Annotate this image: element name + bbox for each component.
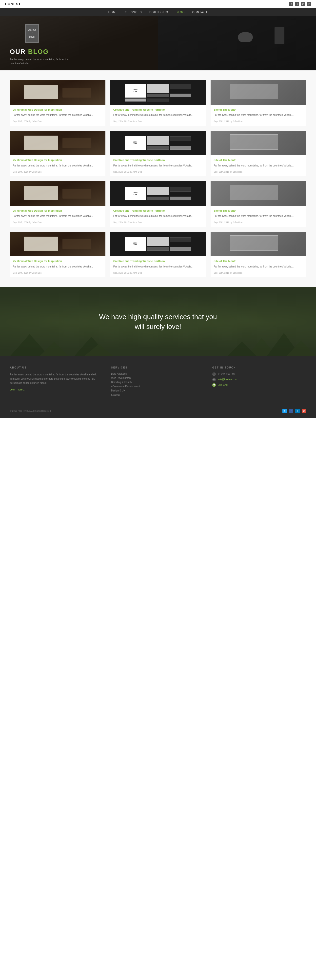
blog-card-4-2: ZERO/ONE Creative and Trending Website P… [110, 232, 206, 277]
blog-card-title-1-2[interactable]: Creative and Trending Website Portfolio [113, 108, 203, 111]
blog-card-2-2: ZERO/ONE Creative and Trending Website P… [110, 130, 206, 176]
blog-card-meta-3-1: Sep, 29th, 2016 by John Doe [13, 221, 42, 224]
blog-card-image-1-1 [10, 80, 105, 105]
services-banner: We have high quality services that you w… [0, 287, 316, 356]
footer-service-data-analytics[interactable]: Data Analytics [111, 372, 205, 375]
footer-contact-heading: GET IN TOUCH [212, 366, 306, 369]
blog-card-meta-3-3: Sep, 20th, 2016 by John Doe [214, 221, 243, 224]
linkedin-icon[interactable]: in [301, 2, 305, 6]
nav-contact[interactable]: CONTACT [192, 11, 208, 14]
blog-card-3-1: 25 Minimal Web Design for Inspiration Fa… [10, 181, 105, 227]
footer-email-link[interactable]: info@freelenb.co [218, 378, 237, 381]
blog-card-title-4-3[interactable]: Site of The Month [214, 259, 303, 263]
footer-service-strategy[interactable]: Strategy [111, 393, 205, 396]
blog-card-meta-2-2: Sep, 25th, 2016 by John Doe [113, 171, 142, 173]
blog-card-title-4-2[interactable]: Creative and Trending Website Portfolio [113, 259, 203, 263]
blog-card-image-3-1 [10, 181, 105, 206]
blog-grid-row-4: 25 Minimal Web Design for Inspiration Fa… [10, 232, 306, 277]
nav-blog[interactable]: BLOG [176, 11, 185, 14]
blog-card-meta-1-1: Sep, 29th, 2016 by John Doe [13, 120, 42, 123]
blog-card-excerpt-2-1: Far far away, behind the word mountains,… [13, 164, 102, 168]
blog-card-title-3-1[interactable]: 25 Minimal Web Design for Inspiration [13, 209, 102, 213]
blog-card-image-1-2: ZERO/ONE [110, 80, 206, 105]
email-icon: ✉ [212, 378, 216, 381]
blog-card-excerpt-4-2: Far far away, behind the word mountains,… [113, 265, 203, 269]
footer-linkedin-icon[interactable]: in [295, 409, 300, 413]
blog-card-image-4-3 [211, 232, 306, 256]
footer-about-heading: ABOUT US [10, 366, 104, 369]
footer-gplus-icon[interactable]: g+ [302, 409, 306, 413]
hero-book-sep: / [32, 32, 32, 35]
blog-card-body-2-2: Creative and Trending Website Portfolio … [110, 155, 206, 176]
footer-service-web-dev[interactable]: Web Development [111, 377, 205, 379]
hero-description: Far far away, behind the word mountains,… [10, 57, 74, 65]
footer-services-heading: SERVICES [111, 366, 205, 369]
blog-card-excerpt-1-2: Far far away, behind the word mountains,… [113, 113, 203, 117]
blog-grid-row-1: 25 Minimal Web Design for Inspiration Fa… [10, 80, 306, 126]
social-icon-4[interactable]: ◻ [307, 2, 311, 6]
blog-card-body-3-2: Creative and Trending Website Portfolio … [110, 206, 206, 227]
blog-card-excerpt-2-3: Far far away, behind the word mountains,… [214, 164, 303, 168]
hero-tag: OUR [10, 48, 26, 56]
chat-icon: 💬 [212, 383, 216, 387]
blog-card-1-2: ZERO/ONE Creative and Trending Website P… [110, 80, 206, 126]
tech-photo-4-2: ZERO/ONE [110, 232, 206, 256]
top-header: HONEST f t in ◻ [0, 0, 316, 8]
services-banner-text: We have high quality services that you w… [96, 312, 220, 331]
facebook-icon[interactable]: f [289, 2, 293, 6]
blog-card-title-3-2[interactable]: Creative and Trending Website Portfolio [113, 209, 203, 213]
blog-grid-row-3: 25 Minimal Web Design for Inspiration Fa… [10, 181, 306, 227]
tech-photo-1-2: ZERO/ONE [110, 80, 206, 105]
blog-card-meta-1-2: Sep, 25th, 2016 by John Doe [113, 120, 142, 123]
nav-home[interactable]: HOME [108, 11, 118, 14]
blog-card-body-3-3: Site of The Month Far far away, behind t… [211, 206, 306, 227]
twitter-icon[interactable]: t [295, 2, 299, 6]
footer-bottom: © 2016 Free HTML5. All Rights Reserved. … [10, 405, 306, 413]
header-social-icons: f t in ◻ [289, 2, 311, 6]
footer-twitter-icon[interactable]: t [283, 409, 287, 413]
footer-chat-item: 💬 Live Chat [212, 383, 306, 387]
blog-card-2-1: 25 Minimal Web Design for Inspiration Fa… [10, 130, 105, 176]
blog-card-title-2-1[interactable]: 25 Minimal Web Design for Inspiration [13, 158, 102, 162]
blog-card-title-1-1[interactable]: 25 Minimal Web Design for Inspiration [13, 108, 102, 111]
tech-photo-2-2: ZERO/ONE [110, 130, 206, 155]
footer-service-design-ux[interactable]: Design & UX [111, 389, 205, 392]
blog-card-excerpt-3-3: Far far away, behind the word mountains,… [214, 214, 303, 218]
blog-card-image-2-2: ZERO/ONE [110, 130, 206, 155]
blog-card-excerpt-1-1: Far far away, behind the word mountains,… [13, 113, 102, 117]
blog-card-body-1-1: 25 Minimal Web Design for Inspiration Fa… [10, 105, 105, 126]
blog-card-body-1-2: Creative and Trending Website Portfolio … [110, 105, 206, 126]
nav-services[interactable]: SERVICES [125, 11, 142, 14]
blog-card-title-1-3[interactable]: Site of The Month [214, 108, 303, 111]
blog-card-excerpt-4-3: Far far away, behind the word mountains,… [214, 265, 303, 269]
blog-card-image-1-3 [211, 80, 306, 105]
blog-card-2-3: Site of The Month Far far away, behind t… [211, 130, 306, 176]
blog-card-title-2-3[interactable]: Site of The Month [214, 158, 303, 162]
blog-card-meta-4-2: Sep, 25th, 2016 by John Doe [113, 272, 142, 274]
footer-grid: ABOUT US Far far away, behind the word m… [10, 366, 306, 405]
blog-card-meta-2-1: Sep, 29th, 2016 by John Doe [13, 171, 42, 173]
blog-card-image-2-1 [10, 130, 105, 155]
main-nav: HOME SERVICES PORTFOLIO BLOG CONTACT [0, 8, 316, 16]
hero-content: OUR BLOG Far far away, behind the word m… [0, 43, 84, 70]
footer-service-branding[interactable]: Branding & Identity [111, 381, 205, 383]
blog-card-title-2-2[interactable]: Creative and Trending Website Portfolio [113, 158, 203, 162]
phone-icon: 📞 [212, 372, 216, 376]
blog-card-image-3-3 [211, 181, 306, 206]
footer-copyright: © 2016 Free HTML5. All Rights Reserved. [10, 410, 51, 412]
hero-title-highlight: BLOG [28, 48, 49, 56]
footer-learn-more-link[interactable]: Learn more... [10, 388, 24, 391]
hero-book-line2: ONE [29, 35, 35, 39]
blog-card-title-4-1[interactable]: 25 Minimal Web Design for Inspiration [13, 259, 102, 263]
footer-about-text: Far far away, behind the word mountains,… [10, 372, 104, 385]
nav-portfolio[interactable]: PORTFOLIO [149, 11, 168, 14]
blog-card-excerpt-1-3: Far far away, behind the word mountains,… [214, 113, 303, 117]
svg-marker-8 [227, 342, 257, 356]
blog-card-title-3-3[interactable]: Site of The Month [214, 209, 303, 213]
blog-card-meta-3-2: Sep, 25th, 2016 by John Doe [113, 221, 142, 224]
footer-service-ecommerce[interactable]: eCommerce Development [111, 385, 205, 388]
footer-facebook-icon[interactable]: f [289, 409, 293, 413]
blog-card-4-3: Site of The Month Far far away, behind t… [211, 232, 306, 277]
blog-card-excerpt-3-1: Far far away, behind the word mountains,… [13, 214, 102, 218]
footer-chat-link[interactable]: Live Chat [218, 383, 228, 386]
